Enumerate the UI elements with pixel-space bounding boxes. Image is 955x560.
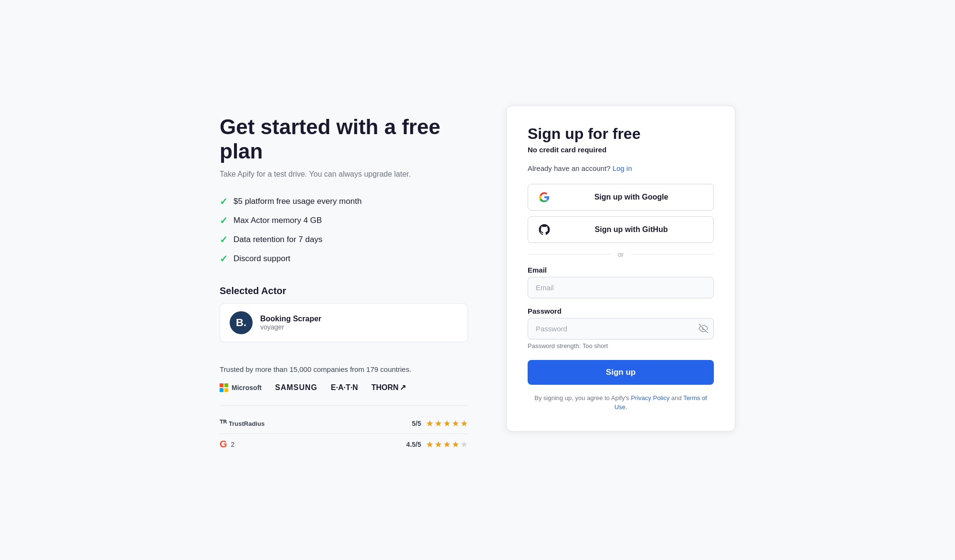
rating-right: 5/5 ★ ★ ★ ★ ★	[412, 418, 468, 429]
features-list: ✓ $5 platform free usage every month ✓ M…	[220, 196, 468, 264]
microsoft-icon	[220, 383, 228, 392]
actor-name: Booking Scraper	[260, 315, 321, 323]
samsung-logo: SAMSUNG	[275, 383, 318, 392]
google-icon	[538, 190, 551, 204]
google-signup-button[interactable]: Sign up with Google	[528, 184, 714, 211]
github-icon	[538, 223, 551, 236]
g2-score: 4.5/5	[406, 441, 421, 448]
thorn-arrow: ↗	[400, 383, 406, 392]
signup-panel: Sign up for free No credit card required…	[506, 106, 735, 432]
actor-avatar-letter: B.	[236, 317, 246, 329]
trustradius-row: ᵀᴿ TrustRadius 5/5 ★ ★ ★ ★ ★	[220, 413, 468, 434]
email-group: Email	[528, 266, 714, 298]
trustradius-brand: ᵀᴿ TrustRadius	[220, 418, 265, 429]
trustradius-stars: ★ ★ ★ ★ ★	[426, 418, 468, 429]
divider	[220, 405, 468, 406]
check-icon: ✓	[220, 234, 228, 245]
feature-text: Discord support	[233, 254, 290, 264]
thorn-text: THORN	[371, 383, 399, 392]
actor-sub: voyager	[260, 323, 321, 331]
list-item: ✓ $5 platform free usage every month	[220, 196, 468, 207]
password-toggle-button[interactable]	[699, 324, 708, 333]
page-container: Get started with a free plan Take Apify …	[191, 86, 764, 474]
list-item: ✓ Max Actor memory 4 GB	[220, 215, 468, 226]
check-icon: ✓	[220, 253, 228, 264]
rating-right: 4.5/5 ★ ★ ★ ★ ★	[406, 439, 468, 450]
no-credit-text: No credit card required	[528, 146, 714, 154]
list-item: ✓ Discord support	[220, 253, 468, 264]
email-input[interactable]	[528, 277, 714, 298]
g2-stars: ★ ★ ★ ★ ★	[426, 439, 468, 450]
password-input[interactable]	[528, 318, 714, 339]
g2-icon: G	[220, 439, 227, 450]
trusted-text: Trusted by more than 15,000 companies fr…	[220, 365, 468, 373]
email-label: Email	[528, 266, 714, 274]
github-signup-button[interactable]: Sign up with GitHub	[528, 216, 714, 243]
samsung-text: SAMSUNG	[275, 383, 318, 392]
feature-text: Data retention for 7 days	[233, 235, 322, 244]
g2-brand: G 2	[220, 439, 234, 450]
password-wrapper	[528, 318, 714, 339]
feature-text: $5 platform free usage every month	[233, 197, 361, 206]
microsoft-logo: Microsoft	[220, 383, 262, 392]
password-group: Password Password strength: Too short	[528, 307, 714, 349]
already-account-text: Already have an account? Log in	[528, 164, 714, 172]
feature-text: Max Actor memory 4 GB	[233, 216, 322, 225]
trustradius-icon: ᵀᴿ	[220, 418, 227, 429]
or-divider: or	[528, 251, 714, 258]
github-btn-label: Sign up with GitHub	[559, 225, 704, 234]
actor-info: Booking Scraper voyager	[260, 315, 321, 331]
g2-label: 2	[231, 441, 235, 448]
actor-avatar: B.	[230, 311, 253, 334]
eaton-logo: E·A·T·N	[331, 383, 358, 392]
password-label: Password	[528, 307, 714, 315]
check-icon: ✓	[220, 196, 228, 207]
privacy-policy-link[interactable]: Privacy Policy	[631, 394, 669, 402]
trustradius-label: TrustRadius	[229, 420, 265, 427]
subtitle: Take Apify for a test drive. You can alw…	[220, 170, 468, 179]
google-btn-label: Sign up with Google	[559, 193, 704, 201]
company-logos: Microsoft SAMSUNG E·A·T·N THORN ↗	[220, 383, 468, 392]
signup-button[interactable]: Sign up	[528, 360, 714, 385]
thorn-logo: THORN ↗	[371, 383, 406, 392]
terms-text: By signing up, you agree to Apify's Priv…	[528, 393, 714, 412]
list-item: ✓ Data retention for 7 days	[220, 234, 468, 245]
trustradius-score: 5/5	[412, 420, 421, 427]
signup-heading: Sign up for free	[528, 125, 714, 143]
selected-actor-heading: Selected Actor	[220, 285, 468, 296]
login-link[interactable]: Log in	[613, 164, 632, 172]
eaton-text: E·A·T·N	[331, 383, 358, 392]
or-label: or	[618, 251, 624, 258]
actor-card: B. Booking Scraper voyager	[220, 303, 468, 342]
password-strength: Password strength: Too short	[528, 342, 714, 349]
main-heading: Get started with a free plan	[220, 115, 468, 163]
g2-row: G 2 4.5/5 ★ ★ ★ ★ ★	[220, 434, 468, 454]
left-panel: Get started with a free plan Take Apify …	[220, 106, 468, 454]
microsoft-text: Microsoft	[232, 384, 262, 391]
check-icon: ✓	[220, 215, 228, 226]
